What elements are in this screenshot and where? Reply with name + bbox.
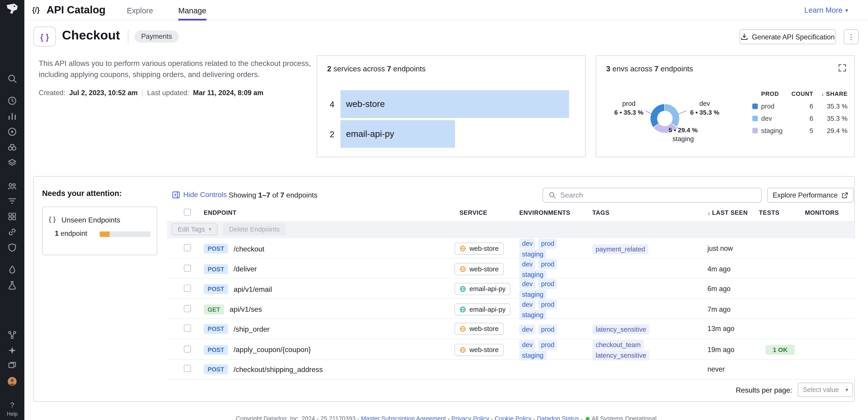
flask-icon[interactable] — [7, 280, 17, 290]
avatar[interactable] — [7, 377, 17, 387]
env-chip[interactable]: prod — [538, 279, 557, 289]
search-input[interactable] — [560, 191, 756, 199]
endpoint-row[interactable]: POST/deliverweb-storedevprodstaging4m ag… — [167, 258, 855, 278]
tab-explore[interactable]: Explore — [127, 0, 153, 20]
row-checkbox[interactable] — [184, 365, 191, 372]
env-chip[interactable]: prod — [538, 239, 557, 248]
env-chip[interactable]: dev — [519, 340, 535, 350]
search-box[interactable] — [542, 187, 762, 203]
env-chip[interactable]: dev — [519, 279, 535, 289]
torch-flame-icon[interactable] — [7, 265, 17, 275]
col-tags[interactable]: TAGS — [588, 209, 701, 216]
learn-more-dropdown[interactable]: Learn More ▾ — [804, 0, 848, 20]
row-checkbox[interactable] — [184, 285, 191, 292]
filter-list-icon[interactable] — [7, 196, 17, 206]
row-checkbox[interactable] — [184, 264, 191, 272]
security-shield-icon[interactable] — [7, 242, 17, 252]
env-legend-row[interactable]: prod635.3 % — [752, 100, 847, 112]
status-text[interactable]: All Systems Operational — [592, 415, 657, 420]
env-chip[interactable]: dev — [519, 324, 535, 334]
service-bar[interactable]: email-api-py — [340, 120, 455, 148]
env-chip[interactable]: dev — [519, 239, 535, 248]
unseen-endpoints-card[interactable]: { } Unseen Endpoints 1 endpoint — [42, 207, 157, 255]
endpoint-row[interactable]: POST/apply_coupon/{coupon}web-storedevpr… — [167, 339, 855, 360]
env-chip[interactable]: staging — [519, 269, 546, 279]
endpoint-path[interactable]: api/v1/ses — [229, 305, 262, 313]
row-checkbox[interactable] — [184, 325, 191, 332]
env-chip[interactable]: staging — [519, 351, 546, 360]
tag-chip[interactable]: latency_sensitive — [592, 324, 650, 334]
row-checkbox[interactable] — [184, 305, 191, 312]
tab-manage[interactable]: Manage — [178, 0, 206, 20]
col-monitors[interactable]: MONITORS — [801, 209, 855, 216]
generate-api-spec-button[interactable]: Generate API Specification — [740, 29, 836, 44]
service-pill[interactable]: web-store — [455, 263, 503, 275]
apps-grid-icon[interactable] — [7, 212, 17, 221]
row-checkbox[interactable] — [184, 346, 191, 353]
footer-link[interactable]: Master Subscription Agreement — [361, 415, 446, 420]
edit-tags-button[interactable]: Edit Tags ▾ — [172, 223, 217, 235]
service-bar[interactable]: web-store — [340, 90, 569, 118]
env-chip[interactable]: staging — [519, 249, 546, 259]
footer-link[interactable]: Cookie Policy — [495, 415, 532, 420]
endpoint-row[interactable]: POST/ship_orderweb-storedevprodlatency_s… — [167, 319, 855, 339]
metrics-icon[interactable] — [7, 111, 17, 121]
endpoint-path[interactable]: /apply_coupon/{coupon} — [234, 346, 311, 354]
env-chip[interactable]: staging — [519, 310, 546, 320]
integrations-link-icon[interactable] — [7, 227, 17, 237]
service-pill[interactable]: web-store — [455, 323, 503, 335]
tag-chip[interactable]: latency_sensitive — [592, 351, 650, 360]
service-bar-row[interactable]: 4web-store — [327, 90, 569, 118]
watchdog-icon[interactable] — [7, 127, 17, 137]
select-all-checkbox[interactable] — [184, 208, 191, 216]
org-users-icon[interactable] — [7, 181, 17, 191]
endpoint-path[interactable]: /deliver — [234, 265, 257, 273]
footer-link[interactable]: Datadog Status — [537, 415, 579, 420]
endpoint-row[interactable]: POST/checkout/shipping_addressnever — [167, 360, 855, 380]
endpoint-row[interactable]: POSTapi/v1/emailemail-api-pydevprodstagi… — [167, 279, 855, 299]
history-icon[interactable] — [7, 96, 17, 106]
page-size-select[interactable]: Select value ▾ — [798, 383, 853, 397]
endpoint-path[interactable]: api/v1/email — [234, 285, 272, 293]
tag-chip[interactable]: payment_related — [592, 244, 649, 254]
env-chip[interactable]: staging — [519, 290, 546, 300]
col-last-seen[interactable]: ↓LAST SEEN — [701, 209, 754, 216]
endpoint-row[interactable]: POST/checkoutweb-storedevprodstagingpaym… — [167, 238, 855, 258]
layers-icon[interactable] — [7, 158, 17, 168]
endpoint-path[interactable]: /checkout — [234, 244, 264, 253]
env-chip[interactable]: dev — [519, 259, 535, 269]
expand-icon[interactable] — [838, 64, 846, 72]
env-legend-row[interactable]: staging529.4 % — [752, 125, 847, 137]
env-chip[interactable]: prod — [538, 324, 557, 334]
tag-chip[interactable]: checkout_team — [592, 340, 644, 350]
category-pill[interactable]: Payments — [134, 30, 179, 42]
col-service[interactable]: SERVICE — [450, 209, 515, 216]
service-pill[interactable]: web-store — [455, 242, 503, 254]
footer-link[interactable]: Privacy Policy — [452, 415, 489, 420]
windows-stack-icon[interactable] — [7, 360, 17, 370]
col-endpoint[interactable]: ENDPOINT — [194, 209, 450, 216]
sparkles-icon[interactable] — [7, 346, 17, 355]
service-pill[interactable]: email-api-py — [455, 283, 510, 295]
help-button[interactable]: ? Help — [0, 401, 25, 417]
env-legend-row[interactable]: dev635.3 % — [752, 112, 847, 125]
search-icon[interactable] — [7, 73, 17, 84]
workflow-nodes-icon[interactable] — [7, 330, 17, 340]
col-tests[interactable]: TESTS — [754, 209, 801, 216]
delete-endpoints-button[interactable]: Delete Endpoints — [223, 223, 286, 235]
service-bar-row[interactable]: 2email-api-py — [327, 120, 455, 148]
hide-controls-link[interactable]: Hide Controls — [172, 190, 227, 199]
endpoint-path[interactable]: /checkout/shipping_address — [234, 365, 323, 374]
row-checkbox[interactable] — [184, 244, 191, 251]
more-actions-button[interactable]: ⋮ — [844, 29, 859, 44]
service-pill[interactable]: email-api-py — [455, 303, 510, 316]
endpoint-row[interactable]: GETapi/v1/sesemail-api-pydevprodstaging7… — [167, 299, 855, 319]
tests-badge[interactable]: 1 OK — [766, 345, 795, 355]
env-chip[interactable]: dev — [519, 299, 535, 309]
col-environments[interactable]: ENVIRONMENTS — [515, 209, 588, 216]
env-chip[interactable]: prod — [538, 299, 557, 309]
endpoint-path[interactable]: /ship_order — [234, 325, 270, 333]
env-chip[interactable]: prod — [538, 259, 557, 269]
apm-binoculars-icon[interactable] — [7, 142, 17, 152]
explore-performance-button[interactable]: Explore Performance — [767, 187, 854, 203]
